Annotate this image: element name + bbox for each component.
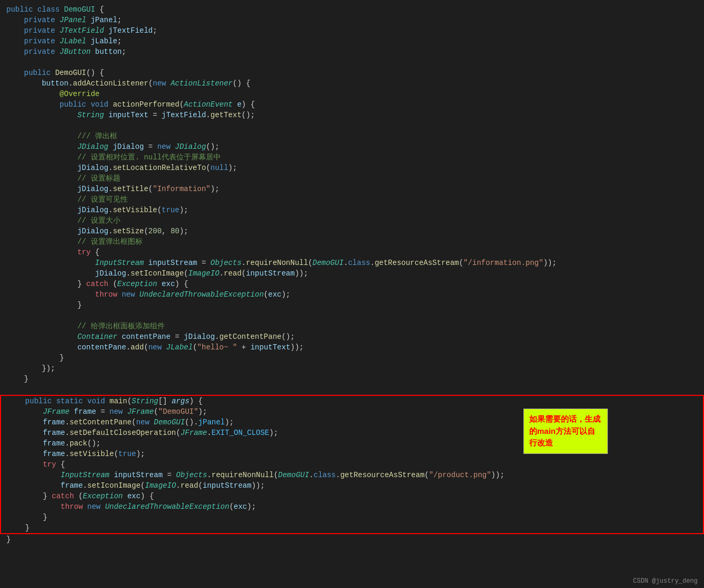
code-line-29: } <box>0 300 704 310</box>
code-line-30 <box>0 310 704 321</box>
code-line-46: frame.setIconImage(ImageIO.read(inputStr… <box>1 480 703 491</box>
code-line-45: InputStream inputStream = Objects.requir… <box>1 470 703 480</box>
code-line-28: throw new UndeclaredThrowableException(e… <box>0 289 704 300</box>
code-line-38: public static void main(String[] args) { <box>1 396 703 406</box>
code-line-8: button.addActionListener(new ActionListe… <box>0 78 704 89</box>
code-line-9: @Override <box>0 89 704 99</box>
code-line-34: } <box>0 353 704 363</box>
code-line-47: } catch (Exception exc) { <box>1 491 703 501</box>
code-line-19: // 设置可见性 <box>0 194 704 205</box>
code-line-14: JDialog jDialog = new JDialog(); <box>0 141 704 152</box>
code-line-31: // 给弹出框面板添加组件 <box>0 321 704 331</box>
code-line-25: InputStream inputStream = Objects.requir… <box>0 258 704 268</box>
code-line-13: /// 弹出框 <box>0 131 704 141</box>
code-line-51: } <box>0 534 704 545</box>
code-line-18: jDialog.setTitle("Information"); <box>0 184 704 194</box>
code-line-5: private JButton button; <box>0 46 704 57</box>
bottom-bar-text: CSDN @justry_deng <box>633 577 698 585</box>
code-line-22: jDialog.setSize(200, 80); <box>0 226 704 236</box>
code-line-24: try { <box>0 247 704 258</box>
code-line-11: String inputText = jTextField.getText(); <box>0 110 704 120</box>
code-line-35: }); <box>0 363 704 374</box>
code-line-4: private JLabel jLable; <box>0 36 704 46</box>
code-line-2: private JPanel jPanel; <box>0 15 704 25</box>
code-line-7: public DemoGUI() { <box>0 68 704 78</box>
code-line-37 <box>0 384 704 395</box>
code-line-27: } catch (Exception exc) { <box>0 279 704 289</box>
tooltip-box: 如果需要的话，生成的main方法可以自行改造 <box>523 409 608 454</box>
code-section-top: public class DemoGUI { private JPanel jP… <box>0 4 704 395</box>
code-line-15: // 设置相对位置. null代表位于屏幕居中 <box>0 152 704 163</box>
bottom-bar: CSDN @justry_deng <box>627 574 704 588</box>
code-line-32: Container contentPane = jDialog.getConte… <box>0 331 704 342</box>
code-line-49: } <box>1 512 703 523</box>
code-line-20: jDialog.setVisible(true); <box>0 205 704 215</box>
code-line-1: public class DemoGUI { <box>0 4 704 15</box>
code-line-3: private JTextField jTextField; <box>0 25 704 36</box>
code-line-21: // 设置大小 <box>0 215 704 226</box>
highlighted-code-section: 如果需要的话，生成的main方法可以自行改造 public static voi… <box>0 395 704 534</box>
code-line-12 <box>0 120 704 131</box>
code-line-23: // 设置弹出框图标 <box>0 236 704 247</box>
tooltip-text: 如果需要的话，生成的main方法可以自行改造 <box>529 414 600 447</box>
code-line-16: jDialog.setLocationRelativeTo(null); <box>0 163 704 173</box>
code-editor: public class DemoGUI { private JPanel jP… <box>0 0 704 549</box>
code-line-17: // 设置标题 <box>0 173 704 184</box>
code-line-10: public void actionPerformed(ActionEvent … <box>0 99 704 110</box>
code-line-48: throw new UndeclaredThrowableException(e… <box>1 501 703 512</box>
code-line-44: try { <box>1 459 703 470</box>
code-line-36: } <box>0 374 704 384</box>
code-line-33: contentPane.add(new JLabel("hello~ " + i… <box>0 342 704 353</box>
code-line-26: jDialog.setIconImage(ImageIO.read(inputS… <box>0 268 704 279</box>
code-line-50: } <box>1 523 703 533</box>
code-line-6 <box>0 57 704 68</box>
